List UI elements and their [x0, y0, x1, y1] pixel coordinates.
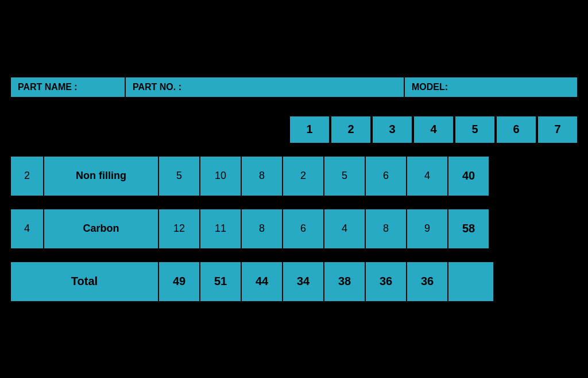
row-1-val-5: 5 — [324, 155, 366, 197]
column-headers-row: 1 2 3 4 5 6 7 — [10, 115, 578, 144]
total-val-4: 34 — [283, 261, 324, 302]
col-header-6: 6 — [496, 115, 537, 144]
row-2-total: 58 — [448, 208, 490, 250]
row-1-val-2: 10 — [200, 155, 242, 197]
row-2-val-4: 6 — [283, 208, 324, 250]
row-1-name: Non filling — [44, 155, 159, 197]
row-1-val-3: 8 — [242, 155, 283, 197]
row-2-val-5: 4 — [324, 208, 366, 250]
total-val-7: 36 — [407, 261, 448, 302]
row-1-val-4: 2 — [283, 155, 324, 197]
row-1-id: 2 — [10, 155, 44, 197]
total-val-2: 51 — [200, 261, 242, 302]
data-row-1: 2 Non filling 5 10 8 2 5 6 4 40 — [10, 155, 578, 197]
main-container: PART NAME : PART NO. : MODEL: 1 2 3 4 5 … — [10, 76, 578, 302]
col-header-2: 2 — [330, 115, 372, 144]
data-row-2: 4 Carbon 12 11 8 6 4 8 9 58 — [10, 208, 578, 250]
total-val-5: 38 — [324, 261, 366, 302]
total-empty-cell — [448, 261, 494, 302]
total-val-6: 36 — [366, 261, 407, 302]
row-1-val-6: 6 — [366, 155, 407, 197]
total-values: 49 51 44 34 38 36 36 — [159, 261, 494, 302]
row-2-values: 12 11 8 6 4 8 9 58 — [159, 208, 490, 250]
total-val-3: 44 — [242, 261, 283, 302]
total-label: Total — [10, 261, 159, 302]
row-2-val-2: 11 — [200, 208, 242, 250]
row-1-values: 5 10 8 2 5 6 4 40 — [159, 155, 490, 197]
col-header-4: 4 — [413, 115, 454, 144]
model-header: MODEL: — [405, 77, 577, 97]
col-header-7: 7 — [537, 115, 578, 144]
row-2-val-1: 12 — [159, 208, 200, 250]
row-1-total: 40 — [448, 155, 490, 197]
col-header-1: 1 — [289, 115, 330, 144]
total-val-1: 49 — [159, 261, 200, 302]
row-1-val-7: 4 — [407, 155, 448, 197]
row-2-val-6: 8 — [366, 208, 407, 250]
part-no-header: PART NO. : — [126, 77, 405, 97]
row-2-val-7: 9 — [407, 208, 448, 250]
row-2-val-3: 8 — [242, 208, 283, 250]
total-row: Total 49 51 44 34 38 36 36 — [10, 261, 578, 302]
col-header-5: 5 — [454, 115, 496, 144]
header-row: PART NAME : PART NO. : MODEL: — [10, 76, 578, 98]
row-2-name: Carbon — [44, 208, 159, 250]
part-name-header: PART NAME : — [11, 77, 126, 97]
row-2-id: 4 — [10, 208, 44, 250]
col-header-3: 3 — [372, 115, 413, 144]
row-1-val-1: 5 — [159, 155, 200, 197]
